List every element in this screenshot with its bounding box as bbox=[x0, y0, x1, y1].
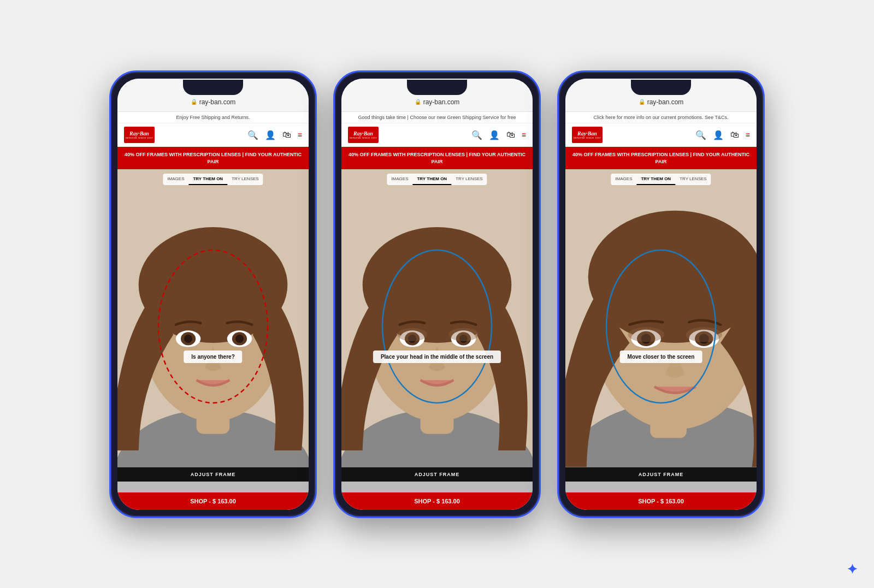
phone-3-screen: 🔒 ray-ban.com Click here for more info o… bbox=[565, 79, 757, 510]
face-svg-2 bbox=[341, 169, 533, 467]
phone-3-adjust-bar[interactable]: ADJUST FRAME bbox=[565, 467, 757, 482]
phone-2-ar-area: IMAGES TRY THEM ON TRY LENSES Place your… bbox=[341, 169, 533, 467]
person-icon-1[interactable]: 👤 bbox=[265, 130, 276, 140]
tab-try-lenses-3[interactable]: TRY LENSES bbox=[675, 174, 711, 185]
logo-text-1: Ray·Ban bbox=[129, 130, 149, 136]
menu-icon-3[interactable]: ≡ bbox=[746, 130, 750, 139]
face-svg-1 bbox=[117, 169, 309, 467]
tab-try-lenses-2[interactable]: TRY LENSES bbox=[451, 174, 487, 185]
phone-2-logo: Ray·Ban GENUINE SINCE 1937 bbox=[348, 127, 379, 143]
lock-icon-1: 🔒 bbox=[191, 99, 197, 105]
phone-3-ar-area: IMAGES TRY THEM ON TRY LENSES Move close… bbox=[565, 169, 757, 467]
logo-sub-2: GENUINE SINCE 1937 bbox=[350, 136, 377, 139]
phone-1-ar-area: IMAGES TRY THEM ON TRY LENSES Is anyone … bbox=[117, 169, 309, 467]
phone-2-notch bbox=[407, 80, 467, 95]
phone-2-promo-bar: Good things take time | Choose our new G… bbox=[341, 112, 533, 124]
phone-3-notch bbox=[631, 80, 691, 95]
phone-3-nav-icons: 🔍 👤 🛍 ≡ bbox=[695, 130, 750, 140]
phone-3: 🔒 ray-ban.com Click here for more info o… bbox=[557, 70, 765, 518]
phone-2-bottom-strip bbox=[341, 482, 533, 492]
phone-1-bottom-strip bbox=[117, 482, 309, 492]
svg-point-11 bbox=[235, 335, 244, 343]
lock-icon-2: 🔒 bbox=[415, 99, 421, 105]
phone-2-adjust-bar[interactable]: ADJUST FRAME bbox=[341, 467, 533, 482]
phone-3-ar-message: Move closer to the screen bbox=[620, 351, 702, 363]
logo-text-2: Ray·Ban bbox=[353, 130, 373, 136]
phone-2-url: ray-ban.com bbox=[423, 98, 460, 106]
bag-icon-2[interactable]: 🛍 bbox=[506, 130, 515, 140]
phone-1-ar-message: Is anyone there? bbox=[184, 351, 242, 363]
tab-images-3[interactable]: IMAGES bbox=[611, 174, 636, 185]
phone-2-tab-row: IMAGES TRY THEM ON TRY LENSES bbox=[387, 174, 487, 185]
logo-sub-3: GENUINE SINCE 1937 bbox=[574, 136, 601, 139]
tab-images-2[interactable]: IMAGES bbox=[387, 174, 412, 185]
lock-icon-3: 🔒 bbox=[639, 99, 645, 105]
phone-2-promo-banner: 40% OFF FRAMES WITH PRESCRIPTION LENSES … bbox=[341, 147, 533, 169]
phone-1-url: ray-ban.com bbox=[199, 98, 236, 106]
person-icon-3[interactable]: 👤 bbox=[713, 130, 724, 140]
svg-point-39 bbox=[686, 328, 722, 342]
phone-1: 🔒 ray-ban.com Enjoy Free Shipping and Re… bbox=[109, 70, 317, 518]
search-icon-1[interactable]: 🔍 bbox=[247, 130, 258, 140]
svg-point-38 bbox=[628, 328, 664, 342]
menu-icon-1[interactable]: ≡ bbox=[298, 130, 302, 139]
face-svg-3 bbox=[565, 169, 757, 467]
phone-3-shop-btn[interactable]: SHOP - $ 163.00 bbox=[565, 492, 757, 510]
menu-icon-2[interactable]: ≡ bbox=[522, 130, 526, 139]
search-icon-2[interactable]: 🔍 bbox=[471, 130, 482, 140]
bag-icon-3[interactable]: 🛍 bbox=[730, 130, 739, 140]
phone-1-screen: 🔒 ray-ban.com Enjoy Free Shipping and Re… bbox=[117, 79, 309, 510]
phone-1-adjust-bar[interactable]: ADJUST FRAME bbox=[117, 467, 309, 482]
phone-3-bottom-strip bbox=[565, 482, 757, 492]
phone-3-nav: Ray·Ban GENUINE SINCE 1937 🔍 👤 🛍 ≡ bbox=[565, 123, 757, 147]
phone-3-promo-bar: Click here for more info on our current … bbox=[565, 112, 757, 124]
phone-2-shop-btn[interactable]: SHOP - $ 163.00 bbox=[341, 492, 533, 510]
svg-point-24 bbox=[397, 328, 427, 341]
phone-3-promo-banner: 40% OFF FRAMES WITH PRESCRIPTION LENSES … bbox=[565, 147, 757, 169]
logo-sub-1: GENUINE SINCE 1937 bbox=[126, 136, 153, 139]
phone-2-ar-message: Place your head in the middle of the scr… bbox=[373, 351, 501, 363]
phone-1-tab-row: IMAGES TRY THEM ON TRY LENSES bbox=[163, 174, 263, 185]
tab-try-them-on-2[interactable]: TRY THEM ON bbox=[412, 174, 451, 185]
phone-3-url: ray-ban.com bbox=[647, 98, 684, 106]
phone-1-logo: Ray·Ban GENUINE SINCE 1937 bbox=[124, 127, 155, 143]
phone-2-nav-icons: 🔍 👤 🛍 ≡ bbox=[471, 130, 526, 140]
phone-1-nav-icons: 🔍 👤 🛍 ≡ bbox=[247, 130, 302, 140]
search-icon-3[interactable]: 🔍 bbox=[695, 130, 706, 140]
phone-1-shop-btn[interactable]: SHOP - $ 163.00 bbox=[117, 492, 309, 510]
tab-images-1[interactable]: IMAGES bbox=[163, 174, 188, 185]
phone-2: 🔒 ray-ban.com Good things take time | Ch… bbox=[333, 70, 541, 518]
page-container: 🔒 ray-ban.com Enjoy Free Shipping and Re… bbox=[0, 49, 874, 540]
phone-2-screen: 🔒 ray-ban.com Good things take time | Ch… bbox=[341, 79, 533, 510]
phone-1-notch bbox=[183, 80, 243, 95]
phone-1-nav: Ray·Ban GENUINE SINCE 1937 🔍 👤 🛍 ≡ bbox=[117, 123, 309, 147]
watermark: ✦ bbox=[847, 562, 858, 577]
tab-try-lenses-1[interactable]: TRY LENSES bbox=[227, 174, 263, 185]
svg-point-8 bbox=[184, 335, 192, 343]
phone-3-tab-row: IMAGES TRY THEM ON TRY LENSES bbox=[611, 174, 711, 185]
person-icon-2[interactable]: 👤 bbox=[489, 130, 500, 140]
tab-try-them-on-1[interactable]: TRY THEM ON bbox=[188, 174, 227, 185]
phone-1-promo-bar: Enjoy Free Shipping and Returns. bbox=[117, 112, 309, 124]
phone-3-logo: Ray·Ban GENUINE SINCE 1937 bbox=[572, 127, 603, 143]
tab-try-them-on-3[interactable]: TRY THEM ON bbox=[636, 174, 675, 185]
phone-1-promo-banner: 40% OFF FRAMES WITH PRESCRIPTION LENSES … bbox=[117, 147, 309, 169]
bag-icon-1[interactable]: 🛍 bbox=[282, 130, 291, 140]
phone-2-nav: Ray·Ban GENUINE SINCE 1937 🔍 👤 🛍 ≡ bbox=[341, 123, 533, 147]
logo-text-3: Ray·Ban bbox=[577, 130, 597, 136]
svg-point-25 bbox=[448, 328, 479, 341]
